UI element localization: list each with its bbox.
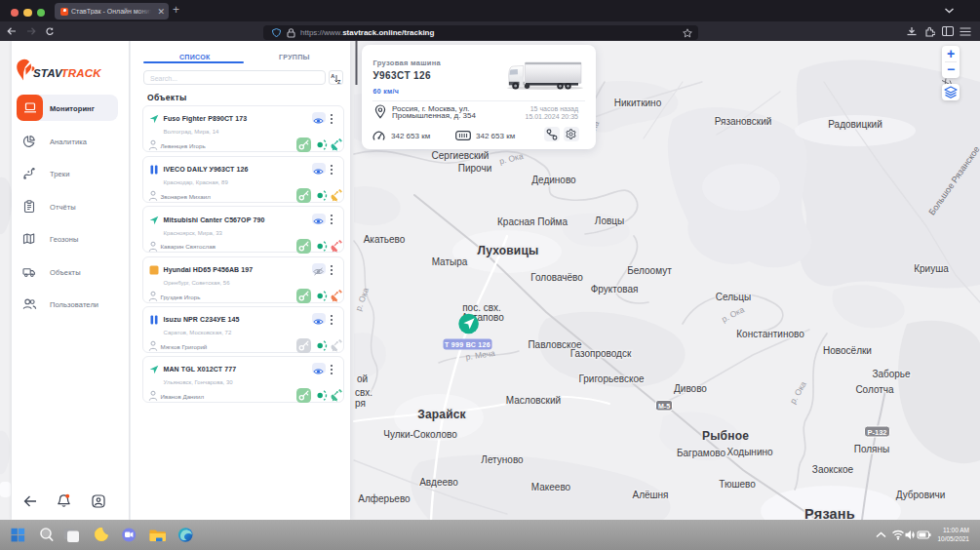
svg-text:Пирочи: Пирочи <box>458 163 491 174</box>
svg-text:Заокское: Заокское <box>812 464 854 475</box>
svg-text:Ловцы: Ловцы <box>595 216 624 226</box>
svg-text:Зарайск: Зарайск <box>417 408 466 421</box>
svg-text:Тюшево: Тюшево <box>719 479 756 490</box>
svg-text:Газопроводск: Газопроводск <box>570 348 632 359</box>
svg-text:Новосёлки: Новосёлки <box>823 345 872 356</box>
svg-text:Луховицы: Луховицы <box>478 244 539 257</box>
svg-text:Акатьево: Акатьево <box>364 234 406 245</box>
svg-text:Радовицкий: Радовицкий <box>828 119 882 130</box>
svg-text:Ходынино: Ходынино <box>726 447 773 457</box>
svg-text:Алёшня: Алёшня <box>632 490 668 500</box>
svg-text:Константиново: Константиново <box>736 329 804 339</box>
svg-text:Летуново: Летуново <box>481 454 524 465</box>
svg-text:М-5: М-5 <box>658 403 670 410</box>
svg-text:Белоомут: Белоомут <box>627 265 672 276</box>
svg-text:Масловский: Масловский <box>506 395 561 406</box>
svg-text:ой: ой <box>357 373 368 384</box>
svg-text:Чулки-Соколово: Чулки-Соколово <box>383 429 457 440</box>
svg-text:Алферьево: Алферьево <box>358 493 411 504</box>
svg-text:Макеево: Макеево <box>531 482 571 492</box>
svg-text:Рыбное: Рыбное <box>702 429 749 443</box>
svg-text:Рязань: Рязань <box>804 506 855 520</box>
svg-text:Матыра: Матыра <box>432 256 468 267</box>
svg-text:Р-132: Р-132 <box>867 428 886 437</box>
svg-text:ря: ря <box>355 398 366 409</box>
svg-text:Криуша: Криуша <box>914 263 949 274</box>
svg-text:Авдеево: Авдеево <box>419 477 458 488</box>
svg-text:Никиткино: Никиткино <box>614 98 662 108</box>
svg-text:Заборье: Заборье <box>872 369 911 379</box>
svg-text:Дивово: Дивово <box>674 383 707 394</box>
svg-text:Сергиевский: Сергиевский <box>432 150 490 161</box>
svg-text:свх.: свх. <box>355 387 372 398</box>
svg-text:Красная Пойма: Красная Пойма <box>497 216 568 227</box>
svg-text:Баграмово: Баграмово <box>677 448 726 458</box>
svg-text:Солотча: Солотча <box>855 384 894 395</box>
svg-text:Головачёво: Головачёво <box>530 272 583 283</box>
svg-text:Т 999 ВС 126: Т 999 ВС 126 <box>445 341 490 348</box>
svg-text:Поляны: Поляны <box>854 444 890 454</box>
svg-text:Григорьевское: Григорьевское <box>578 373 645 384</box>
svg-text:TRACK: TRACK <box>61 67 102 79</box>
svg-text:Рязановский: Рязановский <box>715 116 772 127</box>
svg-text:Сельцы: Сельцы <box>716 292 751 302</box>
svg-text:STAV: STAV <box>33 67 63 79</box>
svg-text:Дединово: Дединово <box>531 175 576 185</box>
svg-text:Дубровичи: Дубровичи <box>896 490 946 500</box>
svg-text:Фруктовая: Фруктовая <box>591 284 639 295</box>
